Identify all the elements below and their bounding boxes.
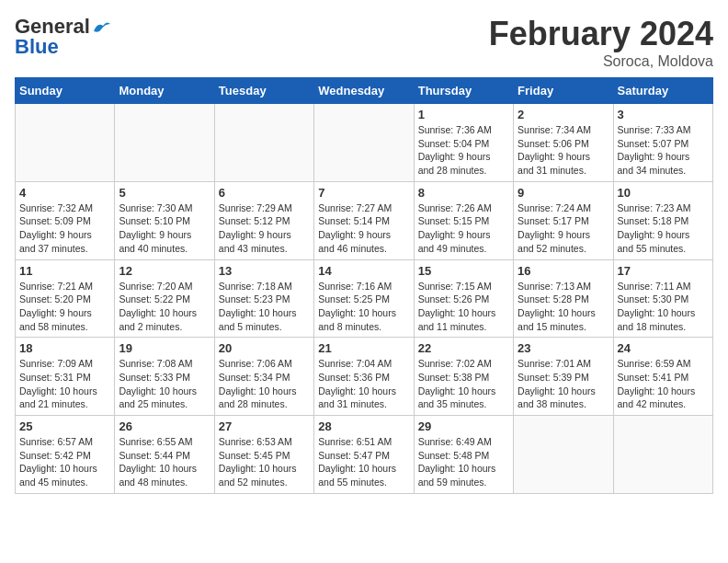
day-info: Sunrise: 6:53 AMSunset: 5:45 PMDaylight:… — [219, 435, 310, 489]
col-tuesday: Tuesday — [214, 78, 313, 104]
day-info: Sunrise: 6:57 AMSunset: 5:42 PMDaylight:… — [19, 435, 110, 489]
week-row-1: 1Sunrise: 7:36 AMSunset: 5:04 PMDaylight… — [16, 104, 713, 182]
week-row-3: 11Sunrise: 7:21 AMSunset: 5:20 PMDayligh… — [16, 259, 713, 338]
page-header: General Blue February 2024 Soroca, Moldo… — [15, 15, 713, 70]
day-number: 2 — [518, 108, 609, 121]
table-cell: 4Sunrise: 7:32 AMSunset: 5:09 PMDaylight… — [16, 181, 115, 259]
day-info: Sunrise: 7:09 AMSunset: 5:31 PMDaylight:… — [19, 357, 110, 411]
day-info: Sunrise: 7:20 AMSunset: 5:22 PMDaylight:… — [119, 280, 210, 334]
table-cell: 15Sunrise: 7:15 AMSunset: 5:26 PMDayligh… — [414, 259, 513, 338]
table-cell: 13Sunrise: 7:18 AMSunset: 5:23 PMDayligh… — [214, 259, 313, 338]
day-number: 27 — [219, 419, 310, 433]
table-cell: 16Sunrise: 7:13 AMSunset: 5:28 PMDayligh… — [514, 259, 613, 338]
day-info: Sunrise: 7:16 AMSunset: 5:25 PMDaylight:… — [318, 280, 409, 334]
day-info: Sunrise: 7:32 AMSunset: 5:09 PMDaylight:… — [19, 201, 110, 256]
day-number: 12 — [119, 264, 210, 278]
table-cell: 2Sunrise: 7:34 AMSunset: 5:06 PMDaylight… — [514, 104, 613, 182]
day-info: Sunrise: 7:30 AMSunset: 5:10 PMDaylight:… — [119, 201, 210, 256]
month-title: February 2024 — [489, 15, 713, 53]
table-cell: 8Sunrise: 7:26 AMSunset: 5:15 PMDaylight… — [414, 181, 513, 259]
table-cell: 3Sunrise: 7:33 AMSunset: 5:07 PMDaylight… — [613, 104, 712, 182]
day-number: 6 — [219, 186, 310, 200]
table-cell: 25Sunrise: 6:57 AMSunset: 5:42 PMDayligh… — [16, 416, 115, 494]
week-row-4: 18Sunrise: 7:09 AMSunset: 5:31 PMDayligh… — [16, 338, 713, 416]
day-info: Sunrise: 7:29 AMSunset: 5:12 PMDaylight:… — [219, 201, 310, 256]
day-info: Sunrise: 7:24 AMSunset: 5:17 PMDaylight:… — [518, 201, 609, 256]
day-info: Sunrise: 7:08 AMSunset: 5:33 PMDaylight:… — [119, 357, 210, 411]
day-info: Sunrise: 7:15 AMSunset: 5:26 PMDaylight:… — [418, 280, 509, 334]
day-number: 4 — [19, 186, 110, 200]
day-number: 3 — [618, 108, 709, 121]
day-number: 28 — [318, 419, 409, 433]
table-cell: 9Sunrise: 7:24 AMSunset: 5:17 PMDaylight… — [514, 181, 613, 259]
day-info: Sunrise: 7:21 AMSunset: 5:20 PMDaylight:… — [19, 280, 110, 334]
day-info: Sunrise: 7:33 AMSunset: 5:07 PMDaylight:… — [618, 123, 709, 178]
day-info: Sunrise: 6:51 AMSunset: 5:47 PMDaylight:… — [318, 435, 409, 489]
table-cell: 10Sunrise: 7:23 AMSunset: 5:18 PMDayligh… — [613, 181, 712, 259]
day-number: 18 — [19, 341, 110, 355]
day-number: 24 — [618, 341, 709, 355]
day-number: 7 — [318, 186, 409, 200]
table-cell: 18Sunrise: 7:09 AMSunset: 5:31 PMDayligh… — [16, 338, 115, 416]
table-cell: 23Sunrise: 7:01 AMSunset: 5:39 PMDayligh… — [514, 338, 613, 416]
col-saturday: Saturday — [613, 78, 712, 104]
day-info: Sunrise: 7:36 AMSunset: 5:04 PMDaylight:… — [418, 123, 509, 178]
table-cell: 21Sunrise: 7:04 AMSunset: 5:36 PMDayligh… — [314, 338, 414, 416]
table-cell: 1Sunrise: 7:36 AMSunset: 5:04 PMDaylight… — [414, 104, 513, 182]
week-row-5: 25Sunrise: 6:57 AMSunset: 5:42 PMDayligh… — [16, 416, 713, 494]
day-info: Sunrise: 6:55 AMSunset: 5:44 PMDaylight:… — [119, 435, 210, 489]
table-cell: 12Sunrise: 7:20 AMSunset: 5:22 PMDayligh… — [115, 259, 214, 338]
table-cell — [16, 104, 115, 182]
calendar-table: Sunday Monday Tuesday Wednesday Thursday… — [15, 77, 713, 494]
table-cell — [115, 104, 214, 182]
day-info: Sunrise: 7:06 AMSunset: 5:34 PMDaylight:… — [219, 357, 310, 411]
table-cell: 28Sunrise: 6:51 AMSunset: 5:47 PMDayligh… — [314, 416, 414, 494]
table-cell — [514, 416, 613, 494]
col-friday: Friday — [514, 78, 613, 104]
col-wednesday: Wednesday — [314, 78, 414, 104]
day-info: Sunrise: 7:01 AMSunset: 5:39 PMDaylight:… — [518, 357, 609, 411]
day-number: 14 — [318, 264, 409, 278]
day-number: 11 — [19, 264, 110, 278]
table-cell — [214, 104, 313, 182]
table-cell — [613, 416, 712, 494]
day-number: 23 — [518, 341, 609, 355]
day-number: 8 — [418, 186, 509, 200]
table-cell: 22Sunrise: 7:02 AMSunset: 5:38 PMDayligh… — [414, 338, 513, 416]
title-block: February 2024 Soroca, Moldova — [489, 15, 713, 70]
day-number: 19 — [119, 341, 210, 355]
col-thursday: Thursday — [414, 78, 513, 104]
day-number: 1 — [418, 108, 509, 121]
day-number: 21 — [318, 341, 409, 355]
table-cell: 24Sunrise: 6:59 AMSunset: 5:41 PMDayligh… — [613, 338, 712, 416]
col-monday: Monday — [115, 78, 214, 104]
day-info: Sunrise: 6:49 AMSunset: 5:48 PMDaylight:… — [418, 435, 509, 489]
location: Soroca, Moldova — [489, 53, 713, 70]
table-cell — [314, 104, 414, 182]
col-sunday: Sunday — [16, 78, 115, 104]
day-info: Sunrise: 7:13 AMSunset: 5:28 PMDaylight:… — [518, 280, 609, 334]
day-number: 17 — [618, 264, 709, 278]
day-info: Sunrise: 7:26 AMSunset: 5:15 PMDaylight:… — [418, 201, 509, 256]
table-cell: 20Sunrise: 7:06 AMSunset: 5:34 PMDayligh… — [214, 338, 313, 416]
day-number: 26 — [119, 419, 210, 433]
logo-bird-icon — [92, 18, 112, 35]
table-cell: 14Sunrise: 7:16 AMSunset: 5:25 PMDayligh… — [314, 259, 414, 338]
table-cell: 11Sunrise: 7:21 AMSunset: 5:20 PMDayligh… — [16, 259, 115, 338]
day-number: 20 — [219, 341, 310, 355]
day-info: Sunrise: 7:02 AMSunset: 5:38 PMDaylight:… — [418, 357, 509, 411]
table-cell: 29Sunrise: 6:49 AMSunset: 5:48 PMDayligh… — [414, 416, 513, 494]
day-number: 9 — [518, 186, 609, 200]
day-info: Sunrise: 7:04 AMSunset: 5:36 PMDaylight:… — [318, 357, 409, 411]
day-number: 25 — [19, 419, 110, 433]
day-number: 13 — [219, 264, 310, 278]
day-info: Sunrise: 7:18 AMSunset: 5:23 PMDaylight:… — [219, 280, 310, 334]
table-cell: 19Sunrise: 7:08 AMSunset: 5:33 PMDayligh… — [115, 338, 214, 416]
table-cell: 6Sunrise: 7:29 AMSunset: 5:12 PMDaylight… — [214, 181, 313, 259]
day-number: 22 — [418, 341, 509, 355]
day-number: 10 — [618, 186, 709, 200]
table-cell: 17Sunrise: 7:11 AMSunset: 5:30 PMDayligh… — [613, 259, 712, 338]
day-info: Sunrise: 6:59 AMSunset: 5:41 PMDaylight:… — [618, 357, 709, 411]
table-cell: 7Sunrise: 7:27 AMSunset: 5:14 PMDaylight… — [314, 181, 414, 259]
day-number: 5 — [119, 186, 210, 200]
